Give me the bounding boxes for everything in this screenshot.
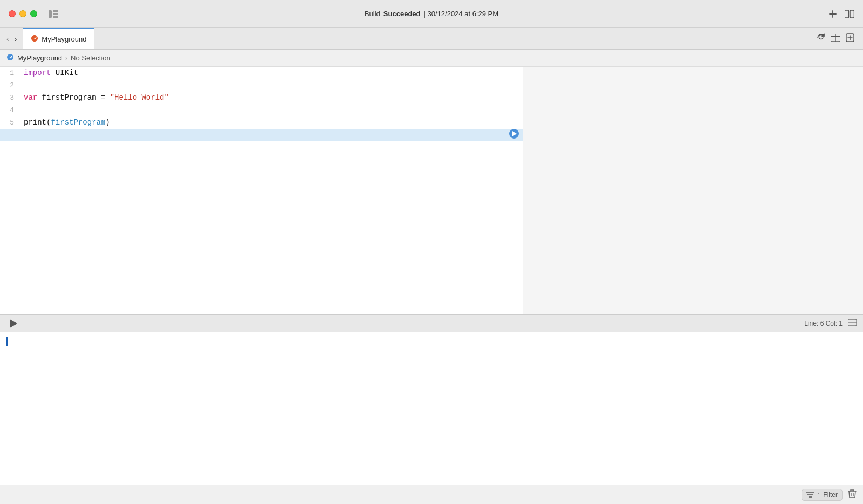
refresh-icon bbox=[817, 33, 825, 42]
back-button[interactable]: ‹ bbox=[4, 32, 11, 45]
svg-rect-7 bbox=[850, 10, 854, 18]
plus-icon bbox=[828, 10, 837, 18]
traffic-lights bbox=[9, 10, 37, 17]
breadcrumb-chevron: › bbox=[65, 54, 67, 62]
run-triangle-icon bbox=[10, 319, 17, 328]
line-number-3: 3 bbox=[0, 92, 22, 104]
svg-rect-6 bbox=[845, 10, 849, 18]
build-datetime: | 30/12/2024 at 6:29 PM bbox=[424, 10, 499, 18]
breadcrumb-bar: MyPlayground › No Selection bbox=[0, 50, 863, 67]
console-toggle-button[interactable] bbox=[848, 319, 857, 327]
line-content-2 bbox=[22, 79, 505, 91]
run-button[interactable] bbox=[6, 318, 20, 329]
code-line-1: 1 import UIKit bbox=[0, 67, 523, 79]
close-button[interactable] bbox=[9, 10, 16, 17]
fn-print: print bbox=[24, 118, 46, 127]
maximize-button[interactable] bbox=[30, 10, 37, 17]
bottom-right: Line: 6 Col: 1 bbox=[804, 319, 857, 327]
editor-options-button[interactable] bbox=[831, 34, 840, 44]
code-lines: 1 import UIKit 2 3 var firstProgram = "H… bbox=[0, 67, 523, 314]
svg-rect-15 bbox=[848, 319, 857, 326]
breadcrumb-swift-icon bbox=[6, 53, 14, 63]
swift-tab-icon bbox=[31, 34, 38, 44]
line-content-3: var firstProgram = "Hello World" bbox=[22, 92, 505, 103]
editor-area: 1 import UIKit 2 3 var firstProgram = "H… bbox=[0, 67, 863, 314]
add-editor-button[interactable] bbox=[846, 33, 854, 44]
forward-button[interactable]: › bbox=[12, 32, 19, 45]
nav-arrows: ‹ › bbox=[0, 32, 23, 45]
filter-label: Filter bbox=[823, 491, 838, 499]
add-editor-icon bbox=[846, 33, 854, 42]
var-ref: firstProgram bbox=[51, 118, 105, 127]
filter-button[interactable]: ˅ Filter bbox=[802, 489, 843, 501]
sidebar-toggle-icon bbox=[49, 10, 58, 18]
bottom-left bbox=[6, 318, 20, 329]
titlebar-right bbox=[828, 10, 854, 18]
bottom-bar: Line: 6 Col: 1 bbox=[0, 314, 863, 332]
console-bottom-right: ˅ Filter bbox=[802, 489, 857, 501]
varname: firstProgram bbox=[37, 93, 101, 102]
line-number-4: 4 bbox=[0, 105, 22, 116]
line-col-indicator: Line: 6 Col: 1 bbox=[804, 320, 843, 327]
build-label: Build bbox=[365, 10, 380, 18]
tabbar-left: ‹ › MyPlayground bbox=[0, 28, 94, 49]
split-view-button[interactable] bbox=[845, 10, 854, 18]
build-status-bold: Succeeded bbox=[383, 10, 421, 18]
tabbar: ‹ › MyPlayground bbox=[0, 28, 863, 50]
refresh-button[interactable] bbox=[817, 33, 825, 44]
tabbar-right bbox=[817, 33, 863, 44]
sidebar-toggle-button[interactable] bbox=[46, 8, 61, 20]
main-content: 1 import UIKit 2 3 var firstProgram = "H… bbox=[0, 67, 863, 504]
line-number-5: 5 bbox=[0, 117, 22, 129]
line-run-btn-6[interactable] bbox=[505, 129, 523, 139]
console-content[interactable] bbox=[0, 332, 863, 485]
filter-icon bbox=[806, 492, 814, 498]
right-panel bbox=[523, 67, 863, 314]
console-area: ˅ Filter bbox=[0, 332, 863, 504]
line-number-2: 2 bbox=[0, 80, 22, 92]
paren-close: ) bbox=[105, 118, 109, 127]
code-editor[interactable]: 1 import UIKit 2 3 var firstProgram = "H… bbox=[0, 67, 523, 314]
titlebar: Build Succeeded | 30/12/2024 at 6:29 PM bbox=[0, 0, 863, 28]
line-content-4 bbox=[22, 104, 505, 116]
console-toggle-icon bbox=[848, 319, 857, 326]
split-view-icon bbox=[845, 10, 854, 18]
code-line-6 bbox=[0, 129, 523, 141]
tab-label: MyPlayground bbox=[42, 35, 86, 43]
keyword-import: import bbox=[24, 68, 51, 77]
breadcrumb-selection: No Selection bbox=[71, 54, 111, 62]
code-line-4: 4 bbox=[0, 104, 523, 116]
svg-point-14 bbox=[7, 54, 13, 60]
trash-icon bbox=[848, 489, 857, 499]
keyword-var: var bbox=[24, 93, 37, 102]
breadcrumb-project[interactable]: MyPlayground bbox=[17, 54, 62, 62]
line-number-1: 1 bbox=[0, 67, 22, 79]
add-tab-button[interactable] bbox=[828, 10, 837, 18]
svg-rect-3 bbox=[53, 16, 58, 18]
filter-chevron-icon: ˅ bbox=[817, 492, 820, 498]
console-bottom: ˅ Filter bbox=[0, 485, 863, 504]
inline-run-button[interactable] bbox=[509, 129, 519, 139]
tab-myplayground[interactable]: MyPlayground bbox=[23, 28, 94, 49]
equals: = bbox=[101, 93, 105, 102]
line-content-5: print(firstProgram) bbox=[22, 116, 505, 128]
code-line-3: 3 var firstProgram = "Hello World" bbox=[0, 92, 523, 104]
code-line-5: 5 print(firstProgram) bbox=[0, 116, 523, 129]
string-value: "Hello World" bbox=[105, 93, 169, 102]
editor-options-icon bbox=[831, 34, 840, 42]
console-cursor bbox=[6, 337, 8, 346]
import-uikit: UIKit bbox=[51, 68, 78, 77]
line-content-1: import UIKit bbox=[22, 67, 505, 79]
clear-console-button[interactable] bbox=[848, 489, 857, 501]
svg-rect-1 bbox=[53, 10, 58, 12]
swift-icon bbox=[31, 34, 38, 42]
titlebar-left bbox=[9, 8, 61, 20]
svg-rect-0 bbox=[49, 10, 52, 18]
minimize-button[interactable] bbox=[19, 10, 26, 17]
svg-rect-2 bbox=[53, 13, 58, 15]
swift-breadcrumb-icon bbox=[6, 53, 14, 61]
titlebar-title: Build Succeeded | 30/12/2024 at 6:29 PM bbox=[365, 10, 498, 18]
code-line-2: 2 bbox=[0, 79, 523, 92]
